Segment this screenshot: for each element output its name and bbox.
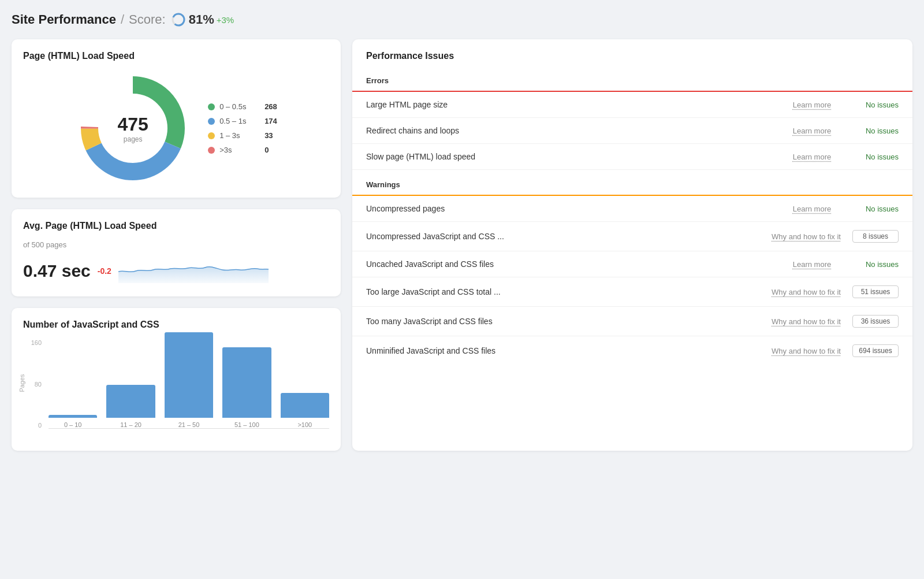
warnings-section-header: Warnings	[352, 175, 912, 195]
issue-name-redirects: Redirect chains and loops	[366, 126, 783, 135]
bar-rect-2	[165, 332, 213, 418]
why-fix-uncompressed-js[interactable]: Why and how to fix it	[772, 232, 841, 241]
js-css-card: Number of JavaScript and CSS 160 80 0 Pa…	[12, 308, 341, 451]
performance-issues-title: Performance Issues	[352, 39, 912, 70]
issue-row-redirects: Redirect chains and loops Learn more No …	[352, 118, 912, 144]
avg-speed-title: Avg. Page (HTML) Load Speed	[23, 221, 329, 231]
bar-label-3: 51 – 100	[234, 421, 259, 428]
bar-21-50: 21 – 50	[165, 332, 213, 428]
legend-item-1: 0.5 – 1s 174	[208, 117, 277, 125]
y-tick-80: 80	[23, 381, 42, 388]
issue-name-uncached-js: Uncached JavaScript and CSS files	[366, 259, 783, 269]
learn-more-slow-html[interactable]: Learn more	[783, 153, 841, 161]
legend-range-0: 0 – 0.5s	[219, 102, 260, 111]
donut-total: 475	[117, 114, 148, 135]
sparkline-svg	[118, 257, 269, 283]
issue-badge-unminified-js: 694 issues	[852, 344, 899, 357]
bar-rect-3	[222, 347, 271, 418]
bar-label-2: 21 – 50	[178, 421, 200, 428]
legend-count-0: 268	[264, 102, 277, 111]
donut-chart: 475 pages	[75, 70, 191, 186]
score-donut-icon	[170, 12, 187, 28]
issue-row-slow-html: Slow page (HTML) load speed Learn more N…	[352, 144, 912, 170]
bar-gt100: >100	[281, 393, 329, 428]
score-value: 81%	[189, 12, 214, 27]
y-tick-160: 160	[23, 339, 42, 346]
bar-label-4: >100	[297, 421, 312, 428]
issue-status-redirects: No issues	[852, 127, 899, 135]
page-title: Site Performance	[12, 12, 116, 27]
issue-name-too-many-js: Too many JavaScript and CSS files	[366, 317, 772, 326]
y-axis-label: Pages	[18, 374, 25, 392]
sparkline	[118, 257, 329, 285]
legend-dot-red	[208, 147, 215, 154]
issue-status-uncached-js: No issues	[852, 260, 899, 269]
js-css-title: Number of JavaScript and CSS	[23, 320, 329, 330]
legend-count-1: 174	[264, 117, 277, 125]
issue-row-uncompressed-pages: Uncompressed pages Learn more No issues	[352, 196, 912, 222]
issue-row-large-html: Large HTML page size Learn more No issue…	[352, 92, 912, 118]
issue-name-uncompressed-pages: Uncompressed pages	[366, 204, 783, 213]
y-axis: 160 80 0	[23, 339, 45, 429]
issue-name-slow-html: Slow page (HTML) load speed	[366, 152, 783, 161]
legend-count-3: 0	[264, 146, 269, 154]
issue-badge-too-many-js: 36 issues	[852, 315, 899, 328]
bar-group: 0 – 10 11 – 20 21 – 50 51	[49, 339, 329, 429]
bar-label-0: 0 – 10	[64, 421, 82, 428]
issue-row-uncached-js: Uncached JavaScript and CSS files Learn …	[352, 251, 912, 277]
issue-name-unminified-js: Unminified JavaScript and CSS files	[366, 346, 772, 355]
issue-name-large-html: Large HTML page size	[366, 100, 783, 109]
legend-range-3: >3s	[219, 146, 260, 154]
left-column: Page (HTML) Load Speed 475	[12, 39, 341, 451]
legend-dot-yellow	[208, 132, 215, 139]
donut-section: 475 pages 0 – 0.5s 268 0.5 – 1s 174	[23, 70, 329, 186]
why-fix-too-large-js[interactable]: Why and how to fix it	[772, 288, 841, 296]
bar-51-100: 51 – 100	[222, 347, 271, 428]
issue-name-uncompressed-js: Uncompressed JavaScript and CSS ...	[366, 232, 772, 241]
issue-badge-too-large-js: 51 issues	[852, 285, 899, 298]
bar-chart-container: 160 80 0 Pages 0 – 10 11 – 20	[23, 339, 329, 435]
learn-more-large-html[interactable]: Learn more	[783, 101, 841, 109]
issue-row-too-large-js: Too large JavaScript and CSS total ... W…	[352, 277, 912, 307]
issue-row-too-many-js: Too many JavaScript and CSS files Why an…	[352, 307, 912, 336]
issue-status-slow-html: No issues	[852, 153, 899, 161]
why-fix-unminified-js[interactable]: Why and how to fix it	[772, 347, 841, 355]
avg-speed-value: 0.47 sec	[23, 261, 91, 281]
donut-center: 475 pages	[117, 114, 148, 143]
learn-more-uncached-js[interactable]: Learn more	[783, 260, 841, 269]
y-tick-0: 0	[23, 422, 42, 429]
score-label: Score:	[129, 12, 166, 27]
bar-rect-4	[281, 393, 329, 418]
avg-speed-card: Avg. Page (HTML) Load Speed of 500 pages…	[12, 209, 341, 296]
issue-badge-uncompressed-js: 8 issues	[852, 230, 899, 243]
issue-status-large-html: No issues	[852, 101, 899, 109]
learn-more-uncompressed-pages[interactable]: Learn more	[783, 205, 841, 213]
page-header: Site Performance / Score: 81% +3%	[12, 12, 912, 28]
load-speed-card: Page (HTML) Load Speed 475	[12, 39, 341, 198]
score-circle-wrap: 81% +3%	[170, 12, 234, 28]
legend-item-0: 0 – 0.5s 268	[208, 102, 277, 111]
issue-row-uncompressed-js: Uncompressed JavaScript and CSS ... Why …	[352, 222, 912, 251]
issue-name-too-large-js: Too large JavaScript and CSS total ...	[366, 287, 772, 296]
bar-0-10: 0 – 10	[49, 415, 97, 428]
avg-speed-delta: -0.2	[98, 266, 111, 276]
legend-range-1: 0.5 – 1s	[219, 117, 260, 125]
why-fix-too-many-js[interactable]: Why and how to fix it	[772, 317, 841, 326]
legend-count-2: 33	[264, 131, 273, 140]
learn-more-redirects[interactable]: Learn more	[783, 127, 841, 135]
bar-label-1: 11 – 20	[120, 421, 141, 428]
bar-rect-0	[49, 415, 97, 418]
legend-dot-green	[208, 103, 215, 110]
avg-speed-subtitle: of 500 pages	[23, 240, 329, 249]
legend-dot-blue	[208, 118, 215, 125]
donut-total-label: pages	[117, 135, 148, 143]
bar-11-20: 11 – 20	[106, 385, 155, 428]
performance-issues-card: Performance Issues Errors Large HTML pag…	[352, 39, 912, 451]
legend-item-3: >3s 0	[208, 146, 277, 154]
load-speed-title: Page (HTML) Load Speed	[23, 51, 329, 61]
avg-speed-row: 0.47 sec -0.2	[23, 257, 329, 285]
bar-rect-1	[106, 385, 155, 418]
legend-range-2: 1 – 3s	[219, 131, 260, 140]
legend-item-2: 1 – 3s 33	[208, 131, 277, 140]
errors-section-header: Errors	[352, 70, 912, 91]
